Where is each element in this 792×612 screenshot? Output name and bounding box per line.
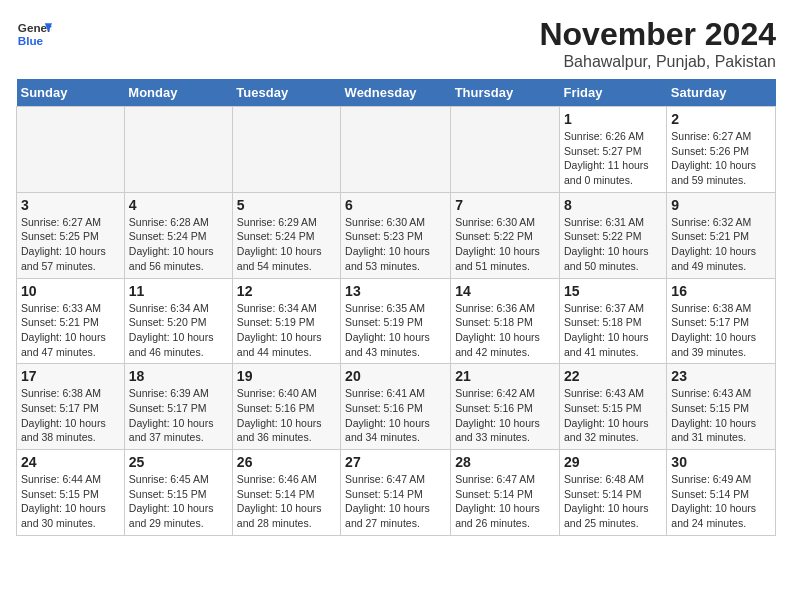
day-number: 15 — [564, 283, 662, 299]
day-info: Sunrise: 6:40 AM Sunset: 5:16 PM Dayligh… — [237, 386, 336, 445]
day-info: Sunrise: 6:47 AM Sunset: 5:14 PM Dayligh… — [455, 472, 555, 531]
month-title: November 2024 — [539, 16, 776, 53]
logo-icon: General Blue — [16, 16, 52, 52]
day-info: Sunrise: 6:39 AM Sunset: 5:17 PM Dayligh… — [129, 386, 228, 445]
day-number: 22 — [564, 368, 662, 384]
calendar-cell: 2Sunrise: 6:27 AM Sunset: 5:26 PM Daylig… — [667, 107, 776, 193]
day-number: 8 — [564, 197, 662, 213]
day-number: 24 — [21, 454, 120, 470]
day-info: Sunrise: 6:46 AM Sunset: 5:14 PM Dayligh… — [237, 472, 336, 531]
weekday-header: Friday — [559, 79, 666, 107]
day-number: 20 — [345, 368, 446, 384]
location-title: Bahawalpur, Punjab, Pakistan — [539, 53, 776, 71]
calendar-cell: 14Sunrise: 6:36 AM Sunset: 5:18 PM Dayli… — [451, 278, 560, 364]
calendar-cell: 16Sunrise: 6:38 AM Sunset: 5:17 PM Dayli… — [667, 278, 776, 364]
calendar-week-row: 1Sunrise: 6:26 AM Sunset: 5:27 PM Daylig… — [17, 107, 776, 193]
calendar-week-row: 17Sunrise: 6:38 AM Sunset: 5:17 PM Dayli… — [17, 364, 776, 450]
calendar-week-row: 24Sunrise: 6:44 AM Sunset: 5:15 PM Dayli… — [17, 450, 776, 536]
calendar-cell: 13Sunrise: 6:35 AM Sunset: 5:19 PM Dayli… — [341, 278, 451, 364]
day-info: Sunrise: 6:33 AM Sunset: 5:21 PM Dayligh… — [21, 301, 120, 360]
calendar-cell: 4Sunrise: 6:28 AM Sunset: 5:24 PM Daylig… — [124, 192, 232, 278]
day-info: Sunrise: 6:35 AM Sunset: 5:19 PM Dayligh… — [345, 301, 446, 360]
calendar-cell: 10Sunrise: 6:33 AM Sunset: 5:21 PM Dayli… — [17, 278, 125, 364]
day-number: 29 — [564, 454, 662, 470]
calendar-cell — [451, 107, 560, 193]
calendar-cell: 1Sunrise: 6:26 AM Sunset: 5:27 PM Daylig… — [559, 107, 666, 193]
calendar-cell — [124, 107, 232, 193]
header: General Blue November 2024 Bahawalpur, P… — [16, 16, 776, 71]
calendar-cell: 26Sunrise: 6:46 AM Sunset: 5:14 PM Dayli… — [232, 450, 340, 536]
calendar-cell: 8Sunrise: 6:31 AM Sunset: 5:22 PM Daylig… — [559, 192, 666, 278]
day-info: Sunrise: 6:30 AM Sunset: 5:22 PM Dayligh… — [455, 215, 555, 274]
day-info: Sunrise: 6:44 AM Sunset: 5:15 PM Dayligh… — [21, 472, 120, 531]
day-number: 11 — [129, 283, 228, 299]
calendar-cell: 15Sunrise: 6:37 AM Sunset: 5:18 PM Dayli… — [559, 278, 666, 364]
day-info: Sunrise: 6:41 AM Sunset: 5:16 PM Dayligh… — [345, 386, 446, 445]
weekday-header-row: SundayMondayTuesdayWednesdayThursdayFrid… — [17, 79, 776, 107]
calendar-cell: 19Sunrise: 6:40 AM Sunset: 5:16 PM Dayli… — [232, 364, 340, 450]
calendar-cell: 22Sunrise: 6:43 AM Sunset: 5:15 PM Dayli… — [559, 364, 666, 450]
day-number: 1 — [564, 111, 662, 127]
calendar-cell: 18Sunrise: 6:39 AM Sunset: 5:17 PM Dayli… — [124, 364, 232, 450]
calendar-cell: 9Sunrise: 6:32 AM Sunset: 5:21 PM Daylig… — [667, 192, 776, 278]
day-info: Sunrise: 6:38 AM Sunset: 5:17 PM Dayligh… — [671, 301, 771, 360]
day-info: Sunrise: 6:32 AM Sunset: 5:21 PM Dayligh… — [671, 215, 771, 274]
calendar-cell: 21Sunrise: 6:42 AM Sunset: 5:16 PM Dayli… — [451, 364, 560, 450]
calendar-cell: 29Sunrise: 6:48 AM Sunset: 5:14 PM Dayli… — [559, 450, 666, 536]
calendar-cell: 24Sunrise: 6:44 AM Sunset: 5:15 PM Dayli… — [17, 450, 125, 536]
day-number: 12 — [237, 283, 336, 299]
svg-text:Blue: Blue — [18, 34, 44, 47]
calendar-cell: 25Sunrise: 6:45 AM Sunset: 5:15 PM Dayli… — [124, 450, 232, 536]
day-number: 19 — [237, 368, 336, 384]
day-info: Sunrise: 6:43 AM Sunset: 5:15 PM Dayligh… — [671, 386, 771, 445]
calendar-cell: 5Sunrise: 6:29 AM Sunset: 5:24 PM Daylig… — [232, 192, 340, 278]
weekday-header: Thursday — [451, 79, 560, 107]
day-number: 10 — [21, 283, 120, 299]
day-number: 25 — [129, 454, 228, 470]
calendar-cell: 20Sunrise: 6:41 AM Sunset: 5:16 PM Dayli… — [341, 364, 451, 450]
day-number: 23 — [671, 368, 771, 384]
calendar-cell: 3Sunrise: 6:27 AM Sunset: 5:25 PM Daylig… — [17, 192, 125, 278]
day-number: 7 — [455, 197, 555, 213]
day-info: Sunrise: 6:26 AM Sunset: 5:27 PM Dayligh… — [564, 129, 662, 188]
calendar-cell: 30Sunrise: 6:49 AM Sunset: 5:14 PM Dayli… — [667, 450, 776, 536]
calendar-table: SundayMondayTuesdayWednesdayThursdayFrid… — [16, 79, 776, 536]
calendar-week-row: 10Sunrise: 6:33 AM Sunset: 5:21 PM Dayli… — [17, 278, 776, 364]
day-number: 30 — [671, 454, 771, 470]
day-number: 18 — [129, 368, 228, 384]
calendar-cell: 6Sunrise: 6:30 AM Sunset: 5:23 PM Daylig… — [341, 192, 451, 278]
day-number: 16 — [671, 283, 771, 299]
day-info: Sunrise: 6:27 AM Sunset: 5:25 PM Dayligh… — [21, 215, 120, 274]
day-number: 26 — [237, 454, 336, 470]
day-info: Sunrise: 6:29 AM Sunset: 5:24 PM Dayligh… — [237, 215, 336, 274]
weekday-header: Monday — [124, 79, 232, 107]
calendar-cell — [341, 107, 451, 193]
day-number: 17 — [21, 368, 120, 384]
day-number: 4 — [129, 197, 228, 213]
day-info: Sunrise: 6:43 AM Sunset: 5:15 PM Dayligh… — [564, 386, 662, 445]
day-info: Sunrise: 6:34 AM Sunset: 5:20 PM Dayligh… — [129, 301, 228, 360]
day-number: 5 — [237, 197, 336, 213]
calendar-cell: 27Sunrise: 6:47 AM Sunset: 5:14 PM Dayli… — [341, 450, 451, 536]
weekday-header: Sunday — [17, 79, 125, 107]
weekday-header: Tuesday — [232, 79, 340, 107]
calendar-cell: 28Sunrise: 6:47 AM Sunset: 5:14 PM Dayli… — [451, 450, 560, 536]
day-info: Sunrise: 6:36 AM Sunset: 5:18 PM Dayligh… — [455, 301, 555, 360]
calendar-cell: 17Sunrise: 6:38 AM Sunset: 5:17 PM Dayli… — [17, 364, 125, 450]
day-number: 27 — [345, 454, 446, 470]
day-number: 13 — [345, 283, 446, 299]
day-info: Sunrise: 6:49 AM Sunset: 5:14 PM Dayligh… — [671, 472, 771, 531]
logo: General Blue — [16, 16, 52, 52]
day-info: Sunrise: 6:37 AM Sunset: 5:18 PM Dayligh… — [564, 301, 662, 360]
day-number: 9 — [671, 197, 771, 213]
day-info: Sunrise: 6:27 AM Sunset: 5:26 PM Dayligh… — [671, 129, 771, 188]
day-info: Sunrise: 6:42 AM Sunset: 5:16 PM Dayligh… — [455, 386, 555, 445]
day-info: Sunrise: 6:38 AM Sunset: 5:17 PM Dayligh… — [21, 386, 120, 445]
calendar-cell: 7Sunrise: 6:30 AM Sunset: 5:22 PM Daylig… — [451, 192, 560, 278]
calendar-cell — [17, 107, 125, 193]
day-info: Sunrise: 6:28 AM Sunset: 5:24 PM Dayligh… — [129, 215, 228, 274]
day-number: 14 — [455, 283, 555, 299]
day-info: Sunrise: 6:34 AM Sunset: 5:19 PM Dayligh… — [237, 301, 336, 360]
calendar-cell: 12Sunrise: 6:34 AM Sunset: 5:19 PM Dayli… — [232, 278, 340, 364]
day-info: Sunrise: 6:48 AM Sunset: 5:14 PM Dayligh… — [564, 472, 662, 531]
